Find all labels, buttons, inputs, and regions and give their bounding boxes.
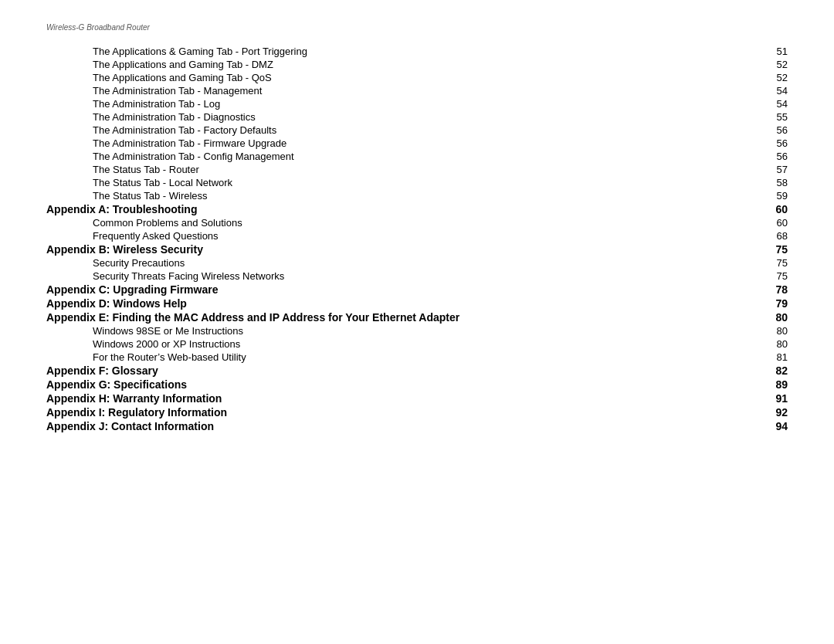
toc-label: Appendix D: Windows Help [46,297,187,310]
toc-label: Appendix A: Troubleshooting [46,203,197,215]
toc-page: 92 [769,406,788,419]
toc-label: Security Threats Facing Wireless Network… [93,270,284,282]
toc-label: Common Problems and Solutions [93,217,242,229]
toc-page: 82 [769,364,788,377]
toc-entry: The Administration Tab - Log54 [46,98,788,110]
toc-page: 55 [769,111,788,123]
toc-entry: The Administration Tab - Factory Default… [46,124,788,136]
toc-label: The Status Tab - Local Network [93,177,232,188]
toc-page: 75 [769,257,788,269]
toc-page: 58 [769,177,788,188]
toc-page: 91 [769,392,788,405]
toc-label: The Administration Tab - Management [93,85,262,97]
toc-page: 52 [769,72,788,83]
toc-label: The Administration Tab - Diagnostics [93,111,256,123]
toc-label: Windows 2000 or XP Instructions [93,338,240,350]
toc-label: The Applications & Gaming Tab - Port Tri… [93,46,307,57]
toc-page: 56 [769,137,788,149]
toc-page: 94 [769,420,788,432]
toc-label: The Administration Tab - Firmware Upgrad… [93,137,286,149]
toc-entry: The Administration Tab - Management54 [46,85,788,97]
toc-page: 60 [769,217,788,229]
toc-page: 80 [769,311,788,324]
toc-label: Security Precautions [93,257,185,269]
toc-page: 60 [769,203,788,215]
toc-page: 59 [769,190,788,202]
toc-entry: Appendix G: Specifications89 [46,378,788,391]
toc-entry: Windows 2000 or XP Instructions80 [46,338,788,350]
toc-label: Appendix H: Warranty Information [46,392,222,405]
toc-page: 68 [769,230,788,242]
toc-page: 75 [769,270,788,282]
toc-entry: Appendix B: Wireless Security75 [46,243,788,256]
toc-entry: Frequently Asked Questions68 [46,230,788,242]
toc-label: Appendix C: Upgrading Firmware [46,283,218,296]
toc-label: The Administration Tab - Config Manageme… [93,151,294,162]
toc-label: The Status Tab - Wireless [93,190,208,202]
toc-entry: The Administration Tab - Firmware Upgrad… [46,137,788,149]
toc-entry: Appendix C: Upgrading Firmware78 [46,283,788,296]
toc-entry: Appendix F: Glossary82 [46,364,788,377]
toc-label: Appendix F: Glossary [46,364,158,377]
toc-entry: Security Threats Facing Wireless Network… [46,270,788,282]
toc-entry: The Status Tab - Local Network58 [46,177,788,188]
toc-label: Frequently Asked Questions [93,230,219,242]
toc-entry: Appendix I: Regulatory Information92 [46,406,788,419]
toc-label: For the Router’s Web-based Utility [93,351,246,363]
toc-entry: The Applications and Gaming Tab - DMZ52 [46,59,788,70]
toc-label: Windows 98SE or Me Instructions [93,325,243,337]
toc-entry: The Status Tab - Router57 [46,164,788,175]
toc-entry: The Applications and Gaming Tab - QoS52 [46,72,788,83]
toc-entry: The Administration Tab - Config Manageme… [46,151,788,162]
toc-label: The Administration Tab - Factory Default… [93,124,276,136]
toc-page: 75 [769,243,788,256]
toc-container: The Applications & Gaming Tab - Port Tri… [46,46,788,432]
toc-entry: The Status Tab - Wireless59 [46,190,788,202]
toc-page: 81 [769,351,788,363]
toc-label: Appendix I: Regulatory Information [46,406,227,419]
toc-page: 79 [769,297,788,310]
page-header: Wireless-G Broadband Router [46,23,788,32]
toc-label: Appendix G: Specifications [46,378,187,391]
toc-entry: Security Precautions75 [46,257,788,269]
toc-page: 80 [769,338,788,350]
toc-label: The Applications and Gaming Tab - DMZ [93,59,273,70]
toc-entry: Appendix H: Warranty Information91 [46,392,788,405]
toc-entry: Appendix D: Windows Help79 [46,297,788,310]
toc-label: Appendix J: Contact Information [46,420,214,432]
toc-entry: The Administration Tab - Diagnostics55 [46,111,788,123]
toc-page: 52 [769,59,788,70]
toc-label: The Applications and Gaming Tab - QoS [93,72,272,83]
toc-label: Appendix B: Wireless Security [46,243,203,256]
toc-label: The Administration Tab - Log [93,98,220,110]
toc-entry: Appendix E: Finding the MAC Address and … [46,311,788,324]
toc-entry: Common Problems and Solutions60 [46,217,788,229]
toc-page: 89 [769,378,788,391]
toc-entry: The Applications & Gaming Tab - Port Tri… [46,46,788,57]
toc-entry: Appendix A: Troubleshooting60 [46,203,788,215]
toc-label: The Status Tab - Router [93,164,199,175]
toc-page: 54 [769,85,788,97]
toc-label: Appendix E: Finding the MAC Address and … [46,311,459,324]
toc-page: 57 [769,164,788,175]
toc-page: 54 [769,98,788,110]
toc-page: 56 [769,151,788,162]
toc-page: 80 [769,325,788,337]
toc-page: 78 [769,283,788,296]
toc-entry: Appendix J: Contact Information94 [46,420,788,432]
toc-entry: Windows 98SE or Me Instructions80 [46,325,788,337]
toc-page: 56 [769,124,788,136]
page: Wireless-G Broadband Router The Applicat… [0,0,834,644]
toc-page: 51 [769,46,788,57]
toc-entry: For the Router’s Web-based Utility81 [46,351,788,363]
